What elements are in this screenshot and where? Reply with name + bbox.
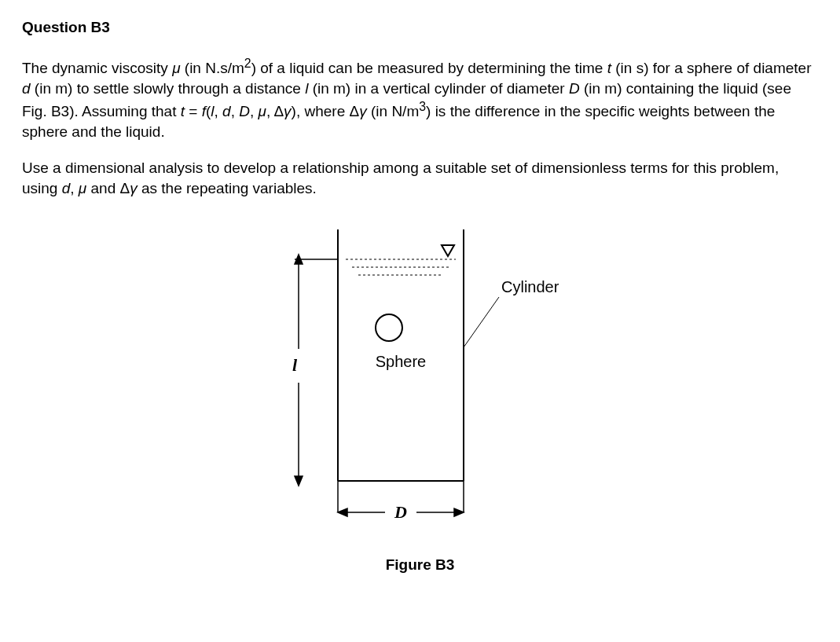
figure-caption: Figure B3 (251, 555, 589, 575)
d-label: D (394, 502, 407, 522)
free-surface-icon (442, 245, 454, 256)
sphere-label: Sphere (375, 353, 426, 370)
svg-marker-17 (454, 508, 464, 516)
svg-marker-16 (338, 508, 347, 516)
l-label: l (292, 355, 298, 375)
question-title: Question B3 (22, 17, 818, 38)
paragraph-2: Use a dimensional analysis to develop a … (22, 158, 818, 198)
svg-line-6 (464, 297, 499, 347)
sphere-icon (376, 314, 402, 341)
cylinder-label: Cylinder (501, 278, 559, 295)
paragraph-1: The dynamic viscosity μ (in N.s/m2) of a… (22, 55, 818, 142)
figure-svg: Sphere Cylinder l D (251, 222, 589, 552)
figure-b3: Sphere Cylinder l D Figure B3 (22, 222, 818, 575)
svg-marker-10 (295, 476, 303, 486)
